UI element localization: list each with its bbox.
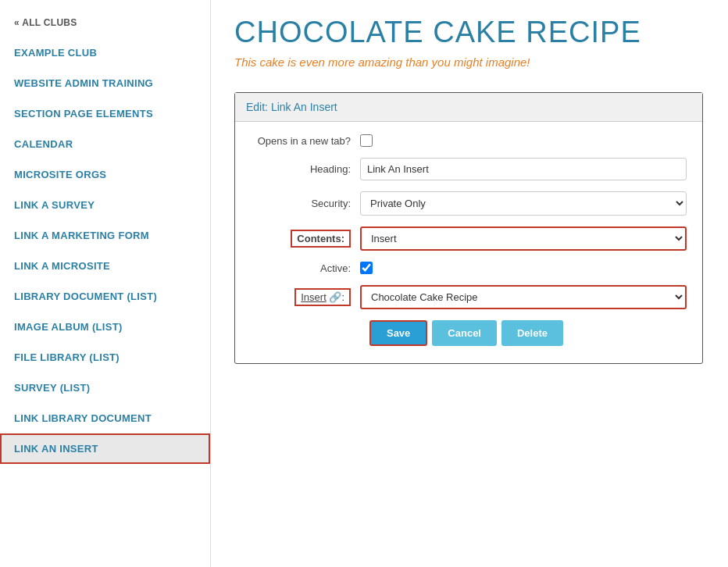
- sidebar-item-link-a-marketing-form[interactable]: LINK A MARKETING FORM: [0, 220, 210, 251]
- opens-in-new-tab-label: Opens in a new tab?: [251, 135, 360, 147]
- sidebar-item-website-admin-training[interactable]: WEBSITE ADMIN TRAINING: [0, 68, 210, 98]
- edit-panel-header-name: Link An Insert: [271, 101, 337, 113]
- sidebar-item-link-an-insert[interactable]: LINK AN INSERT: [0, 433, 210, 464]
- contents-select[interactable]: Insert Option 2: [362, 228, 685, 249]
- security-label: Security:: [251, 198, 360, 209]
- heading-row: Heading:: [251, 158, 687, 180]
- active-row: Active:: [251, 262, 687, 274]
- delete-button[interactable]: Delete: [501, 320, 563, 346]
- opens-in-new-tab-row: Opens in a new tab?: [251, 134, 687, 147]
- buttons-row: Save Cancel Delete: [251, 320, 687, 346]
- edit-panel-body: Opens in a new tab? Heading: Security: P…: [235, 122, 702, 363]
- heading-label: Heading:: [251, 163, 360, 175]
- edit-panel: Edit: Link An Insert Opens in a new tab?…: [234, 92, 703, 364]
- heading-input[interactable]: [360, 158, 687, 180]
- save-button[interactable]: Save: [369, 320, 427, 346]
- sidebar-item-library-document-list[interactable]: LIBRARY DOCUMENT (LIST): [0, 281, 210, 312]
- main-content: CHOCOLATE CAKE RECIPE This cake is even …: [211, 0, 728, 567]
- contents-label: Contents:: [291, 230, 351, 248]
- sidebar-item-example-club[interactable]: EXAMPLE CLUB: [0, 37, 210, 68]
- active-checkbox[interactable]: [360, 262, 373, 274]
- edit-panel-header-prefix: Edit:: [246, 101, 271, 113]
- sidebar-item-image-album-list[interactable]: IMAGE ALBUM (LIST): [0, 312, 210, 342]
- link-icon: 🔗: [329, 291, 341, 303]
- contents-row: Contents: Insert Option 2: [251, 226, 687, 251]
- sidebar-item-link-library-document[interactable]: LINK LIBRARY DOCUMENT: [0, 403, 210, 433]
- opens-in-new-tab-checkbox[interactable]: [360, 134, 373, 147]
- sidebar-item-link-a-survey[interactable]: LINK A SURVEY: [0, 190, 210, 220]
- insert-control-wrap[interactable]: Chocolate Cake Recipe Other Recipe: [360, 285, 687, 309]
- contents-control-wrap[interactable]: Insert Option 2: [360, 226, 687, 251]
- page-title: CHOCOLATE CAKE RECIPE: [234, 16, 705, 49]
- edit-panel-header: Edit: Link An Insert: [235, 93, 702, 122]
- insert-label: Insert 🔗:: [294, 288, 351, 306]
- contents-label-wrap: Contents:: [251, 230, 360, 248]
- sidebar-item-microsite-orgs[interactable]: MICROSITE ORGS: [0, 159, 210, 190]
- insert-label-wrap: Insert 🔗:: [251, 288, 360, 306]
- security-select[interactable]: Private Only Public Members Only: [360, 191, 687, 216]
- sidebar-item-survey-list[interactable]: SURVEY (LIST): [0, 373, 210, 403]
- insert-row: Insert 🔗: Chocolate Cake Recipe Other Re…: [251, 285, 687, 309]
- active-label: Active:: [251, 262, 360, 274]
- sidebar-item-link-a-microsite[interactable]: LINK A MICROSITE: [0, 251, 210, 281]
- sidebar-item-file-library-list[interactable]: FILE LIBRARY (LIST): [0, 342, 210, 373]
- sidebar-item-all-clubs[interactable]: « ALL CLUBS: [0, 8, 210, 37]
- insert-select[interactable]: Chocolate Cake Recipe Other Recipe: [362, 287, 685, 308]
- sidebar-item-section-page-elements[interactable]: SECTION PAGE ELEMENTS: [0, 98, 210, 129]
- sidebar: « ALL CLUBS EXAMPLE CLUB WEBSITE ADMIN T…: [0, 0, 211, 567]
- security-row: Security: Private Only Public Members On…: [251, 191, 687, 216]
- page-subtitle: This cake is even more amazing than you …: [234, 55, 705, 69]
- cancel-button[interactable]: Cancel: [432, 320, 497, 346]
- sidebar-item-calendar[interactable]: CALENDAR: [0, 129, 210, 159]
